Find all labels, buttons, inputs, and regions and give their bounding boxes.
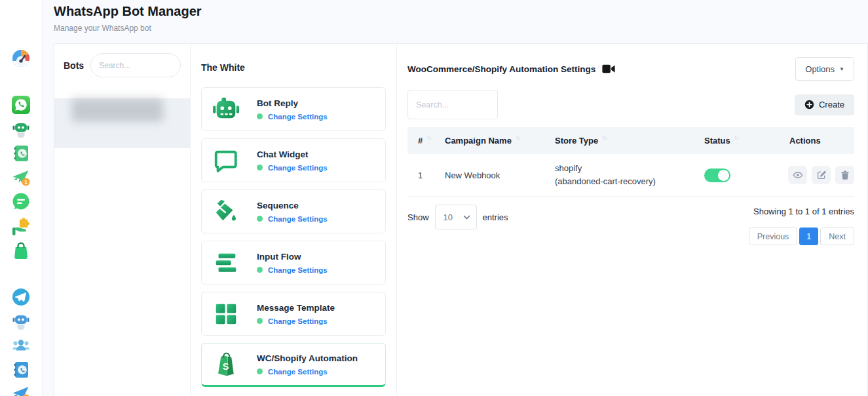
sort-icon: ↑↓ xyxy=(516,134,520,141)
feature-label: Input Flow xyxy=(257,252,328,262)
input-flow-icon xyxy=(212,249,240,277)
features-panel: The White Bot Reply xyxy=(191,44,397,396)
trash-icon xyxy=(840,170,850,180)
telegram-icon[interactable] xyxy=(11,287,31,307)
video-tutorial-icon[interactable] xyxy=(602,64,615,74)
telegram-bot-icon[interactable] xyxy=(11,311,31,331)
feature-label: Message Template xyxy=(257,303,335,313)
whatsapp-chat-icon[interactable] xyxy=(11,192,31,212)
plus-circle-icon xyxy=(804,100,814,109)
table-search-input[interactable] xyxy=(407,90,498,119)
column-header-status[interactable]: Status ↑↓ xyxy=(704,136,783,146)
bot-reply-icon xyxy=(212,96,240,123)
dashboard-icon[interactable] xyxy=(11,49,31,68)
svg-text:1: 1 xyxy=(24,179,28,186)
telegram-groups-icon[interactable] xyxy=(11,336,31,355)
change-settings-link[interactable]: Change Settings xyxy=(268,113,328,121)
entries-label: entries xyxy=(483,212,508,222)
automation-settings-panel: WooCommerce/Shopify Automation Settings … xyxy=(397,44,867,396)
main-content: WhatsApp Bot Manager Manage your WhatsAp… xyxy=(43,0,868,396)
delete-button[interactable] xyxy=(835,166,854,184)
telegram-broadcast-icon[interactable]: 1 xyxy=(11,384,31,396)
feature-label: WC/Shopify Automation xyxy=(257,353,358,363)
bot-list-item-selected[interactable] xyxy=(54,98,190,148)
create-button[interactable]: Create xyxy=(795,94,854,115)
show-label: Show xyxy=(407,212,429,222)
change-settings-link[interactable]: Change Settings xyxy=(268,164,328,172)
chevron-down-icon xyxy=(463,215,470,220)
svg-text:S: S xyxy=(223,361,229,371)
feature-card-sequence[interactable]: Sequence Change Settings xyxy=(201,189,386,233)
bots-panel: Bots xyxy=(54,44,191,396)
page-subtitle: Manage your WhatsApp bot xyxy=(54,24,868,33)
feature-card-chat-widget[interactable]: Chat Widget Change Settings xyxy=(201,138,386,182)
change-settings-link[interactable]: Change Settings xyxy=(268,266,328,274)
panel-title: WooCommerce/Shopify Automation Settings xyxy=(407,64,595,74)
row-campaign-name: New Webhook xyxy=(445,170,555,180)
status-dot xyxy=(257,368,263,374)
status-dot xyxy=(257,318,263,324)
feature-label: Bot Reply xyxy=(257,98,328,108)
next-page-button[interactable]: Next xyxy=(820,228,854,245)
change-settings-link[interactable]: Change Settings xyxy=(268,215,328,223)
page-1-button[interactable]: 1 xyxy=(799,228,818,245)
sort-icon: ↑↓ xyxy=(734,134,739,141)
page-title: WhatsApp Bot Manager xyxy=(54,0,868,19)
bots-panel-title: Bots xyxy=(64,60,84,71)
showing-entries-text: Showing 1 to 1 of 1 entries xyxy=(749,207,854,216)
whatsapp-bot-icon[interactable] xyxy=(11,119,31,139)
whatsapp-contacts-icon[interactable] xyxy=(11,144,31,163)
change-settings-link[interactable]: Change Settings xyxy=(268,317,328,325)
column-header-actions: Actions xyxy=(783,136,854,146)
column-header-campaign-name[interactable]: Campaign Name ↑↓ xyxy=(445,136,555,146)
pagination: Previous 1 Next xyxy=(749,228,854,245)
view-button[interactable] xyxy=(788,166,807,184)
sort-icon: ↑↓ xyxy=(426,134,431,141)
edit-icon xyxy=(816,170,827,180)
page-size-select[interactable]: 10 xyxy=(435,205,477,229)
chevron-down-icon: ▼ xyxy=(839,66,844,72)
row-store-type: shopify (abandoned-cart-recovery) xyxy=(555,162,704,188)
chat-widget-icon xyxy=(212,147,240,174)
feature-label: Sequence xyxy=(257,201,328,210)
status-dot xyxy=(257,113,263,119)
row-actions xyxy=(783,166,854,184)
change-settings-link[interactable]: Change Settings xyxy=(268,368,328,376)
feature-card-wc-shopify[interactable]: S WC/Shopify Automation Change Settings xyxy=(201,343,386,387)
status-dot xyxy=(257,165,263,170)
whatsapp-broadcast-icon[interactable]: 1 xyxy=(11,168,31,188)
options-button[interactable]: Options ▼ xyxy=(795,57,854,81)
sequence-icon xyxy=(212,198,240,226)
bot-name-title: The White xyxy=(201,62,386,73)
sort-icon: ↑↓ xyxy=(602,134,607,141)
previous-page-button[interactable]: Previous xyxy=(749,228,798,245)
column-header-index[interactable]: # ↑↓ xyxy=(418,136,445,146)
telegram-contacts-icon[interactable] xyxy=(11,360,31,380)
whatsapp-icon[interactable] xyxy=(11,95,31,115)
bots-search-input[interactable] xyxy=(90,53,181,77)
shopify-icon: S xyxy=(212,351,240,378)
row-index: 1 xyxy=(418,170,445,180)
feature-label: Chat Widget xyxy=(257,149,328,159)
feature-card-message-template[interactable]: Message Template Change Settings xyxy=(201,292,386,336)
column-header-store-type[interactable]: Store Type ↑↓ xyxy=(555,136,704,146)
bot-manager-card: Bots The White xyxy=(54,43,868,396)
status-toggle[interactable] xyxy=(704,168,730,182)
table-row: 1 New Webhook shopify (abandoned-cart-re… xyxy=(407,154,854,197)
table-header: # ↑↓ Campaign Name ↑↓ Store Type ↑↓ Stat… xyxy=(407,127,854,154)
message-template-icon xyxy=(212,300,240,328)
status-dot xyxy=(257,267,263,273)
bot-name-redacted xyxy=(71,98,163,122)
icon-rail: 1 xyxy=(0,0,43,396)
integrations-icon[interactable] xyxy=(11,216,31,236)
eye-icon xyxy=(793,170,803,180)
feature-card-bot-reply[interactable]: Bot Reply Change Settings xyxy=(201,87,386,131)
status-dot xyxy=(257,216,263,222)
feature-card-input-flow[interactable]: Input Flow Change Settings xyxy=(201,241,386,285)
edit-button[interactable] xyxy=(812,166,831,184)
store-icon[interactable] xyxy=(11,241,31,260)
